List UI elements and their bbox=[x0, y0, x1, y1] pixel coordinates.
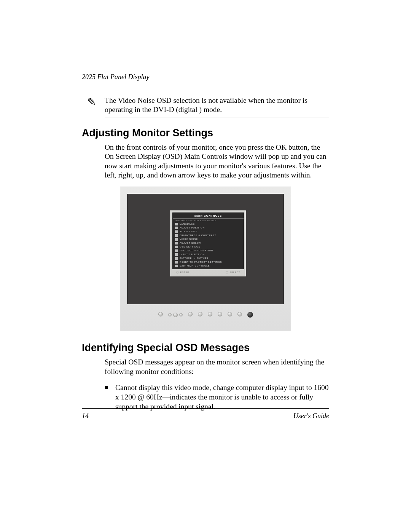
guide-label: User's Guide bbox=[293, 412, 329, 420]
heading-identifying: Identifying Special OSD Messages bbox=[82, 342, 329, 354]
footer-rule bbox=[82, 408, 329, 409]
osd-item: PICTURE IN PICTURE bbox=[173, 256, 244, 260]
monitor-button bbox=[208, 312, 212, 316]
top-rule bbox=[82, 85, 329, 85]
note-block: ✎ The Video Noise OSD selection is not a… bbox=[105, 96, 329, 118]
osd-item: ADJUST SIZE bbox=[173, 230, 244, 233]
monitor-button bbox=[218, 312, 222, 316]
osd-item: RESET TO FACTORY SETTINGS bbox=[173, 260, 244, 264]
monitor-figure: MAIN CONTROLS USE 1600x1200 FOR BEST RES… bbox=[120, 187, 291, 331]
osd-enter-label: ENTER bbox=[176, 271, 189, 273]
osd-item: VIDEO NOISE bbox=[173, 237, 244, 241]
monitor-button bbox=[198, 312, 202, 316]
monitor-button bbox=[168, 313, 172, 316]
footer: 14 User's Guide bbox=[82, 412, 329, 420]
osd-item: INPUT SELECTION bbox=[173, 252, 244, 256]
body-identifying: Special OSD messages appear on the monit… bbox=[105, 358, 329, 376]
osd-item: LANGUAGE bbox=[173, 222, 244, 226]
monitor-button-row bbox=[127, 304, 284, 318]
monitor-button bbox=[173, 313, 178, 317]
osd-item: ADJUST COLOR bbox=[173, 241, 244, 245]
osd-item: BRIGHTNESS & CONTRAST bbox=[173, 233, 244, 237]
osd-button-row: ENTER SELECT bbox=[172, 269, 244, 274]
osd-panel: MAIN CONTROLS USE 1600x1200 FOR BEST RES… bbox=[170, 210, 246, 276]
osd-item: ADJUST POSITION bbox=[173, 226, 244, 230]
monitor-power-button bbox=[247, 312, 253, 318]
osd-item: EXIT MAIN CONTROLS bbox=[173, 264, 244, 269]
monitor-button bbox=[228, 312, 232, 316]
osd-title: MAIN CONTROLS bbox=[173, 213, 244, 219]
osd-item: PRODUCT INFORMATION bbox=[173, 249, 244, 252]
monitor-button bbox=[158, 312, 163, 316]
monitor-button bbox=[188, 312, 193, 316]
note-text: The Video Noise OSD selection is not ava… bbox=[105, 96, 329, 115]
osd-subtitle: USE 1600x1200 FOR BEST RESULT bbox=[173, 219, 244, 222]
page-number: 14 bbox=[82, 412, 89, 420]
heading-adjusting: Adjusting Monitor Settings bbox=[82, 127, 329, 139]
bullet-item: Cannot display this video mode, change c… bbox=[105, 383, 329, 412]
osd-item: OSD SETTINGS bbox=[173, 245, 244, 249]
running-head: 2025 Flat Panel Display bbox=[82, 73, 329, 81]
pencil-note-icon: ✎ bbox=[87, 97, 96, 107]
body-adjusting: On the front controls of your monitor, o… bbox=[105, 143, 329, 180]
osd-select-label: SELECT bbox=[226, 271, 240, 273]
monitor-screen: MAIN CONTROLS USE 1600x1200 FOR BEST RES… bbox=[127, 194, 284, 304]
monitor-button bbox=[179, 313, 183, 316]
monitor-button bbox=[237, 312, 242, 316]
